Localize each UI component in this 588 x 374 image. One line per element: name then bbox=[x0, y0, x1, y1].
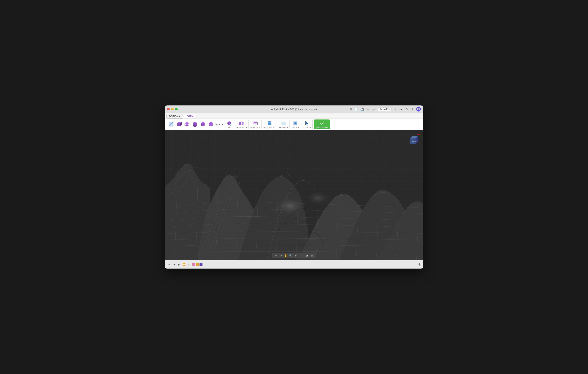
inspect-label[interactable]: INSPECT ▾ bbox=[279, 126, 288, 128]
plane-icon bbox=[184, 121, 190, 127]
select-group: SELECT ▾ bbox=[301, 120, 312, 129]
timeline-controls: ⏮ ◀ ▶ ⏩ ⏭ bbox=[167, 263, 191, 266]
close-button[interactable] bbox=[167, 108, 170, 110]
symmetry-tool[interactable]: SYMMETRY ▾ bbox=[235, 120, 248, 129]
timeline-marker-pink[interactable] bbox=[192, 263, 195, 266]
pan-icon[interactable]: ✋ bbox=[284, 253, 288, 258]
window-title: Autodesk Fusion 360 (Education License) bbox=[271, 108, 317, 111]
select-label[interactable]: SELECT ▾ bbox=[303, 126, 311, 128]
modify-tool[interactable]: Box bbox=[225, 120, 233, 129]
save-icon[interactable]: 💾 bbox=[360, 107, 364, 111]
display-mode-1[interactable]: ⬛ bbox=[300, 253, 304, 258]
zoom-fit-icon[interactable]: ⊕ bbox=[294, 253, 298, 258]
svg-rect-30 bbox=[268, 122, 271, 123]
svg-rect-28 bbox=[253, 122, 257, 123]
construct-tool[interactable]: CONSTRUCT ▾ bbox=[263, 120, 276, 129]
refresh-icon[interactable]: ↻ bbox=[405, 107, 409, 111]
step-forward-button[interactable]: ⏩ bbox=[182, 263, 186, 266]
form-tab[interactable]: FORM bbox=[184, 114, 196, 118]
svg-rect-23 bbox=[239, 122, 241, 125]
box-icon bbox=[176, 121, 182, 127]
modify-label[interactable]: Box bbox=[228, 126, 231, 128]
minimize-button[interactable] bbox=[171, 108, 174, 110]
navigation-cube[interactable]: FRONT X bbox=[408, 134, 419, 145]
timeline-marker-purple[interactable] bbox=[200, 263, 202, 266]
symmetry-label[interactable]: SYMMETRY ▾ bbox=[236, 126, 247, 128]
title-bar: Autodesk Fusion 360 (Education License) … bbox=[165, 105, 423, 113]
utilities-icon bbox=[252, 120, 258, 126]
svg-rect-4 bbox=[177, 123, 180, 126]
display-mode-2[interactable]: ▣ bbox=[305, 253, 309, 258]
go-to-start-button[interactable]: ⏮ bbox=[167, 263, 171, 266]
construct-group: CONSTRUCT ▾ bbox=[262, 120, 277, 129]
close-tab-icon[interactable]: ✕ bbox=[388, 108, 390, 110]
cloud-icon[interactable]: ☁ bbox=[399, 107, 403, 111]
user-avatar[interactable]: BH bbox=[416, 107, 421, 111]
cylinder-icon bbox=[192, 121, 198, 127]
timeline-track bbox=[192, 263, 202, 266]
settings-gear-icon[interactable]: ⚙ bbox=[418, 263, 421, 266]
toolbar-main: CREATE ▾ bbox=[165, 119, 423, 130]
title-bar-right: ⊞ 📄 💾 ↩ ↪ Untitled* ✕ ＋ ☁ ↻ ? BH bbox=[349, 107, 421, 111]
svg-point-13 bbox=[201, 122, 205, 126]
finish-form-button[interactable]: FINISH FORM ▾ bbox=[314, 120, 330, 129]
bottom-right-controls: ⚙ bbox=[418, 263, 421, 266]
create-label[interactable]: CREATE ▾ bbox=[215, 123, 223, 125]
finish-form-group: FINISH FORM ▾ bbox=[314, 120, 330, 129]
viewport-3d[interactable]: FRONT X ⊹ ⚙ ✋ 🔍 ⊕ ⬛ ▣ ⊞ bbox=[165, 130, 423, 260]
inspect-tool[interactable]: INSPECT ▾ bbox=[278, 120, 289, 129]
settings-vp-icon[interactable]: ⚙ bbox=[279, 253, 283, 258]
insert-label[interactable]: INSERT ▾ bbox=[292, 126, 299, 128]
finish-form-label: FINISH FORM ▾ bbox=[316, 126, 328, 128]
application-window: Autodesk Fusion 360 (Education License) … bbox=[165, 105, 423, 269]
svg-point-12 bbox=[193, 125, 197, 127]
inspect-icon bbox=[281, 120, 287, 126]
svg-point-2 bbox=[169, 126, 170, 126]
display-mode-3[interactable]: ⊞ bbox=[310, 253, 314, 258]
tab-label: Untitled* bbox=[379, 108, 388, 111]
construct-icon bbox=[266, 120, 273, 126]
toolbar-top: DESIGN ▾ FORM bbox=[165, 113, 423, 119]
svg-point-45 bbox=[274, 196, 306, 216]
vp-separator bbox=[299, 254, 299, 257]
undo-icon[interactable]: ↩ bbox=[366, 107, 370, 111]
maximize-button[interactable] bbox=[175, 108, 178, 110]
add-tab-icon[interactable]: ＋ bbox=[393, 107, 397, 111]
document-icon[interactable]: 📄 bbox=[355, 107, 358, 111]
grid-icon[interactable]: ⊞ bbox=[349, 107, 353, 111]
box-tool[interactable] bbox=[175, 121, 183, 128]
insert-icon bbox=[292, 120, 298, 126]
utilities-label[interactable]: UTILITIES ▾ bbox=[251, 126, 260, 128]
select-tool[interactable]: SELECT ▾ bbox=[302, 120, 312, 129]
construct-label[interactable]: CONSTRUCT ▾ bbox=[263, 126, 276, 128]
svg-rect-24 bbox=[242, 122, 243, 125]
step-back-button[interactable]: ◀ bbox=[172, 263, 176, 266]
freeform-tool[interactable] bbox=[207, 121, 215, 128]
go-to-end-button[interactable]: ⏭ bbox=[187, 263, 191, 266]
zoom-icon[interactable]: 🔍 bbox=[289, 253, 293, 258]
svg-marker-7 bbox=[185, 122, 189, 125]
toolbar: DESIGN ▾ FORM bbox=[165, 113, 423, 130]
insert-group: INSERT ▾ bbox=[290, 120, 301, 129]
cylinder-tool[interactable] bbox=[191, 121, 199, 128]
sketch-tool[interactable] bbox=[167, 121, 175, 128]
viewport-bottom-toolbar: ⊹ ⚙ ✋ 🔍 ⊕ ⬛ ▣ ⊞ bbox=[272, 253, 316, 258]
insert-tool[interactable]: INSERT ▾ bbox=[291, 120, 300, 129]
create-group: CREATE ▾ bbox=[167, 121, 224, 128]
utilities-tool[interactable]: UTILITIES ▾ bbox=[250, 120, 261, 129]
select-icon bbox=[304, 120, 310, 126]
tab-untitled[interactable]: Untitled* ✕ bbox=[377, 107, 392, 111]
timeline-marker-orange[interactable] bbox=[196, 263, 199, 266]
cursor-icon[interactable]: ⊹ bbox=[274, 253, 278, 258]
redo-icon[interactable]: ↪ bbox=[372, 107, 375, 111]
plane-tool[interactable] bbox=[183, 121, 191, 128]
play-button[interactable]: ▶ bbox=[177, 263, 181, 266]
modify-group: Box bbox=[225, 120, 234, 129]
sphere-tool[interactable] bbox=[199, 121, 207, 128]
help-icon[interactable]: ? bbox=[410, 107, 414, 111]
utilities-group: UTILITIES ▾ bbox=[249, 120, 262, 129]
design-button[interactable]: DESIGN ▾ bbox=[167, 114, 183, 119]
svg-point-42 bbox=[319, 121, 324, 126]
svg-text:X: X bbox=[417, 134, 418, 134]
traffic-lights bbox=[167, 108, 178, 110]
